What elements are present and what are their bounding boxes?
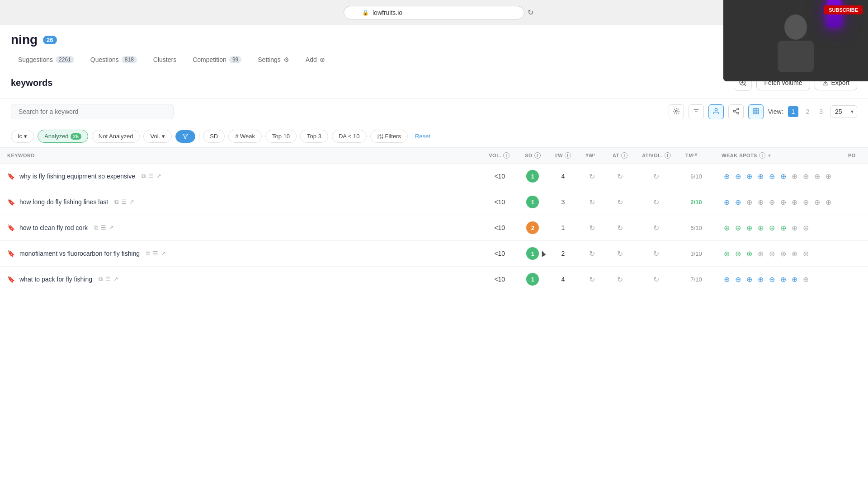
filter-da[interactable]: DA < 10 <box>332 130 367 143</box>
bookmark-icon-4[interactable]: 🔖 <box>7 250 15 257</box>
filter-vol[interactable]: Vol. ▾ <box>143 130 172 143</box>
atvol-refresh-1[interactable]: ↻ <box>653 173 659 180</box>
refresh-button[interactable]: ↻ <box>528 8 533 17</box>
atvol-refresh-3[interactable]: ↻ <box>653 224 659 232</box>
tab-add[interactable]: Add ⊕ <box>298 52 332 67</box>
sort-icon-button[interactable] <box>689 104 704 119</box>
at-refresh-4[interactable]: ↻ <box>617 250 623 258</box>
filter-ic[interactable]: Ic ▾ <box>11 130 34 143</box>
w3-refresh-2[interactable]: ↻ <box>589 198 595 206</box>
view-3-button[interactable]: 3 <box>816 106 826 117</box>
tab-questions[interactable]: Questions 818 <box>83 52 144 67</box>
copy-icon-1[interactable]: ⧉ <box>142 173 146 180</box>
bookmark-icon-1[interactable]: 🔖 <box>7 173 15 180</box>
filter-analyzed[interactable]: Analyzed 25 <box>38 130 88 143</box>
tm-cell-3: 6/10 <box>678 215 714 241</box>
search-input[interactable] <box>11 104 174 119</box>
w3-refresh-5[interactable]: ↻ <box>589 276 595 283</box>
list-icon-2[interactable]: ☰ <box>121 198 127 206</box>
col-header-vol[interactable]: VOL. i <box>481 148 518 164</box>
at-cell-5: ↻ <box>605 267 635 292</box>
col-header-po[interactable]: PO <box>841 148 868 164</box>
sd-badge-3: 2 <box>526 221 539 234</box>
address-bar[interactable]: 🔒 lowfruits.io <box>344 6 524 19</box>
share-icon-button[interactable] <box>728 104 744 119</box>
col-header-at[interactable]: AT i <box>605 148 635 164</box>
ws-icon-2-6: ⊕ <box>778 197 788 207</box>
filter-ic-label: Ic <box>18 133 22 140</box>
bookmark-icon-3[interactable]: 🔖 <box>7 224 15 231</box>
filter-not-analyzed[interactable]: Not Analyzed <box>92 130 140 143</box>
at-cell-4: ↻ <box>605 241 635 267</box>
copy-icon-5[interactable]: ⧉ <box>99 276 103 283</box>
at-cell-1: ↻ <box>605 164 635 189</box>
copy-icon-4[interactable]: ⧉ <box>146 250 150 257</box>
filter-top3[interactable]: Top 3 <box>300 130 328 143</box>
table-row: 🔖 what to pack for fly fishing ⧉ ☰ ↗ <10 <box>0 267 868 292</box>
atvol-refresh-4[interactable]: ↻ <box>653 250 659 258</box>
reset-button[interactable]: Reset <box>411 130 434 142</box>
at-refresh-1[interactable]: ↻ <box>617 173 623 180</box>
table-row: 🔖 monofilament vs fluorocarbon for fly f… <box>0 241 868 267</box>
tab-settings[interactable]: Settings ⚙ <box>250 52 297 67</box>
settings-label: Settings <box>258 56 281 63</box>
location-icon-button[interactable] <box>669 104 684 119</box>
w-value-4: 2 <box>561 250 565 257</box>
atvol-refresh-5[interactable]: ↻ <box>653 276 659 283</box>
ws-icon-3-5: ⊕ <box>767 223 777 233</box>
subscribe-button[interactable]: SUBSCRIBE <box>824 5 863 14</box>
w3-refresh-1[interactable]: ↻ <box>589 173 595 180</box>
w3-refresh-3[interactable]: ↻ <box>589 224 595 232</box>
atvol-refresh-2[interactable]: ↻ <box>653 198 659 206</box>
list-icon-5[interactable]: ☰ <box>105 276 111 283</box>
sd-cell-4: 1 <box>518 241 547 267</box>
po-cell-4 <box>841 241 868 267</box>
col-header-sd[interactable]: SD i <box>518 148 547 164</box>
list-icon-4[interactable]: ☰ <box>153 250 158 257</box>
sd-label: SD <box>210 133 218 140</box>
filter-filters[interactable]: Filters <box>370 130 408 143</box>
tab-clusters[interactable]: Clusters <box>146 52 184 67</box>
tab-suggestions[interactable]: Suggestions 2261 <box>11 52 81 67</box>
list-icon-3[interactable]: ☰ <box>101 224 106 231</box>
filter-active-button[interactable] <box>175 130 195 143</box>
w3-refresh-4[interactable]: ↻ <box>589 250 595 258</box>
filter-top10[interactable]: Top 10 <box>265 130 297 143</box>
external-link-icon-4[interactable]: ↗ <box>161 250 166 257</box>
atvol-cell-4: ↻ <box>635 241 678 267</box>
copy-icon-2[interactable]: ⧉ <box>114 198 118 206</box>
list-icon-1[interactable]: ☰ <box>148 173 154 180</box>
tab-competition[interactable]: Competition 99 <box>185 52 249 67</box>
at-refresh-3[interactable]: ↻ <box>617 224 623 232</box>
col-header-weak[interactable]: WEAK SPOTS i ▼ <box>714 148 841 164</box>
svg-point-4 <box>675 110 677 112</box>
bookmark-icon-2[interactable]: 🔖 <box>7 198 15 206</box>
col-header-w3[interactable]: #W³ <box>578 148 605 164</box>
external-link-icon-2[interactable]: ↗ <box>129 198 134 206</box>
at-refresh-2[interactable]: ↻ <box>617 198 623 206</box>
col-header-tm[interactable]: TM¹⁰ <box>678 148 714 164</box>
col-header-w[interactable]: #W i <box>548 148 579 164</box>
table-view-button[interactable] <box>748 104 764 119</box>
external-link-icon-1[interactable]: ↗ <box>156 173 161 180</box>
col-header-keyword[interactable]: KEYWORD <box>0 148 481 164</box>
ws-icon-2-2: ⊕ <box>733 197 743 207</box>
bookmark-icon-5[interactable]: 🔖 <box>7 276 15 283</box>
at-refresh-5[interactable]: ↻ <box>617 276 623 283</box>
ws-icon-4-5: ⊕ <box>767 249 777 258</box>
external-link-icon-5[interactable]: ↗ <box>113 276 118 283</box>
filter-sd[interactable]: SD <box>203 130 225 143</box>
lock-icon: 🔒 <box>362 9 369 16</box>
copy-icon-3[interactable]: ⧉ <box>94 224 98 231</box>
reset-label: Reset <box>415 133 430 140</box>
col-header-atvol[interactable]: AT/VOL. i <box>635 148 678 164</box>
person-icon-button[interactable] <box>708 104 724 119</box>
view-2-button[interactable]: 2 <box>803 106 812 117</box>
keyword-cell-3: 🔖 how to clean fly rod cork ⧉ ☰ ↗ <box>0 215 481 241</box>
external-link-icon-3[interactable]: ↗ <box>109 224 114 231</box>
tm-cell-4: 3/10 <box>678 241 714 267</box>
ws-icon-2-1: ⊕ <box>722 197 731 207</box>
per-page-select[interactable]: 25 50 100 <box>830 105 857 118</box>
filter-weak[interactable]: # Weak <box>228 130 262 143</box>
view-1-button[interactable]: 1 <box>788 106 799 117</box>
